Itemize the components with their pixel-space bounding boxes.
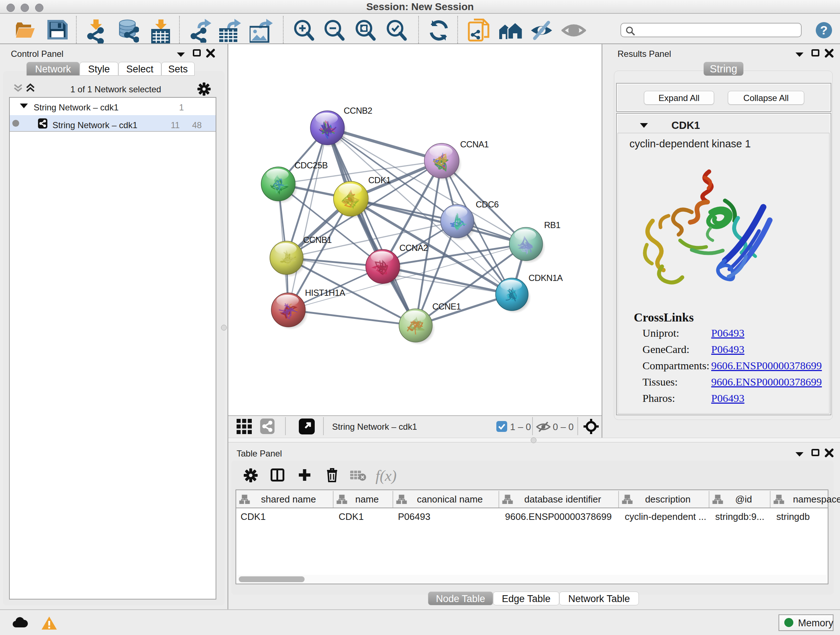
svg-text:HIST1H1A: HIST1H1A xyxy=(305,288,345,298)
svg-text:CDC6: CDC6 xyxy=(476,200,499,209)
svg-text:CDKN1A: CDKN1A xyxy=(529,273,563,283)
svg-text:RB1: RB1 xyxy=(544,220,561,230)
svg-text:CCNA1: CCNA1 xyxy=(460,139,489,149)
svg-text:CCNB2: CCNB2 xyxy=(344,106,372,116)
svg-text:CDC25B: CDC25B xyxy=(294,160,328,170)
svg-text:CDK1: CDK1 xyxy=(368,175,391,185)
svg-text:CCNB1: CCNB1 xyxy=(303,235,332,245)
svg-text:CCNA2: CCNA2 xyxy=(399,243,428,253)
svg-text:CCNE1: CCNE1 xyxy=(432,302,461,311)
